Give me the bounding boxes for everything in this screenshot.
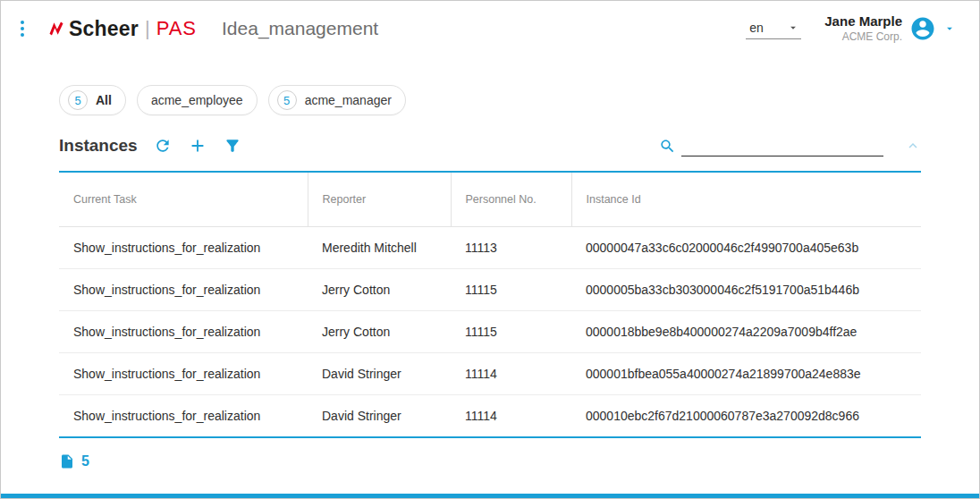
document-icon: [59, 453, 75, 469]
brand-scheer-text: Scheer: [69, 17, 139, 41]
top-header: Scheer | PAS Idea_management en Jane Mar…: [1, 1, 979, 56]
table-cell: 000010ebc2f67d21000060787e3a270092d8c966: [571, 395, 921, 438]
header-right: en Jane Marple ACME Corp.: [746, 13, 956, 44]
refresh-icon[interactable]: [154, 137, 172, 155]
user-text: Jane Marple ACME Corp.: [824, 13, 902, 44]
table-row[interactable]: Show_instructions_for_realizationDavid S…: [59, 353, 921, 395]
table-cell: 11115: [451, 269, 571, 311]
add-icon[interactable]: [188, 136, 207, 156]
table-cell: 000001bfbea055a40000274a21899700a24e883e: [571, 353, 921, 395]
table-header-row: Current TaskReporterPersonnel No.Instanc…: [59, 172, 921, 227]
table-cell: 00000047a33c6c02000046c2f4990700a405e63b: [571, 227, 921, 269]
scheer-logo-icon: [47, 20, 65, 38]
table-cell: Meredith Mitchell: [308, 227, 451, 269]
filter-chip-acme_employee[interactable]: acme_employee: [137, 85, 258, 115]
column-header[interactable]: Personnel No.: [451, 172, 571, 227]
chip-count-badge: 5: [277, 90, 297, 110]
search-icon: [659, 138, 676, 155]
search-group: [659, 135, 883, 156]
collapse-panel-icon[interactable]: [905, 138, 921, 154]
table-row[interactable]: Show_instructions_for_realizationJerry C…: [59, 269, 921, 311]
table-cell: 0000005ba33cb303000046c2f5191700a51b446b: [571, 269, 921, 311]
instances-table: Current TaskReporterPersonnel No.Instanc…: [59, 171, 921, 438]
filter-chip-acme_manager[interactable]: 5acme_manager: [268, 85, 406, 115]
language-select[interactable]: en: [746, 19, 801, 39]
chip-label: acme_employee: [151, 93, 243, 107]
user-menu[interactable]: Jane Marple ACME Corp.: [824, 13, 956, 44]
table-row[interactable]: Show_instructions_for_realizationMeredit…: [59, 227, 921, 269]
table-cell: Show_instructions_for_realization: [59, 395, 308, 438]
table-cell: 11113: [451, 227, 571, 269]
table-cell: David Stringer: [308, 395, 451, 438]
brand-divider: |: [145, 17, 150, 40]
page-title: Idea_management: [222, 18, 378, 39]
column-header[interactable]: Instance Id: [571, 172, 921, 227]
table-row[interactable]: Show_instructions_for_realizationJerry C…: [59, 311, 921, 353]
table-cell: 11115: [451, 311, 571, 353]
table-cell: Jerry Cotton: [308, 311, 451, 353]
language-value: en: [749, 21, 764, 35]
table-cell: Jerry Cotton: [308, 269, 451, 311]
column-header[interactable]: Current Task: [59, 172, 308, 227]
instances-toolbar: Instances: [59, 135, 921, 156]
filter-chip-all[interactable]: 5All: [59, 85, 126, 115]
chip-label: All: [96, 93, 112, 107]
result-count-value: 5: [81, 453, 89, 469]
table-cell: 11114: [451, 353, 571, 395]
column-header[interactable]: Reporter: [308, 172, 451, 227]
brand-pas-text: PAS: [156, 17, 197, 40]
kebab-menu-icon[interactable]: [17, 17, 28, 40]
avatar-icon[interactable]: [909, 15, 936, 42]
bottom-accent-bar: [1, 494, 979, 498]
filter-icon[interactable]: [224, 137, 241, 155]
table-cell: Show_instructions_for_realization: [59, 269, 308, 311]
table-cell: Show_instructions_for_realization: [59, 311, 308, 353]
table-cell: 0000018bbe9e8b400000274a2209a7009b4ff2ae: [571, 311, 921, 353]
table-cell: Show_instructions_for_realization: [59, 227, 308, 269]
chip-label: acme_manager: [305, 93, 392, 107]
chevron-down-icon[interactable]: [943, 22, 956, 35]
table-cell: 11114: [451, 395, 571, 438]
app-window: Scheer | PAS Idea_management en Jane Mar…: [0, 0, 980, 499]
caret-down-icon: [787, 21, 799, 34]
brand-logo: Scheer | PAS: [47, 17, 197, 41]
filter-chips: 5Allacme_employee5acme_manager: [59, 85, 979, 115]
table-row[interactable]: Show_instructions_for_realizationDavid S…: [59, 395, 921, 438]
user-org: ACME Corp.: [824, 30, 902, 44]
instances-table-wrap: Current TaskReporterPersonnel No.Instanc…: [59, 171, 921, 438]
result-count: 5: [59, 453, 979, 469]
table-cell: Show_instructions_for_realization: [59, 353, 308, 395]
search-input[interactable]: [681, 135, 883, 156]
instances-title: Instances: [59, 136, 138, 156]
table-cell: David Stringer: [308, 353, 451, 395]
chip-count-badge: 5: [68, 90, 88, 110]
user-name: Jane Marple: [824, 13, 902, 30]
